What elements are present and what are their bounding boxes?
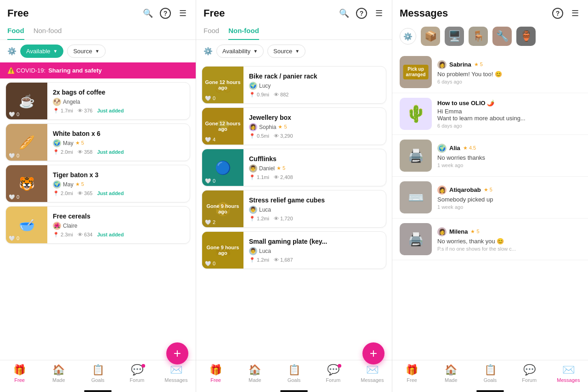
coffee-avatar: 🐶 [53, 98, 61, 106]
story-filter-btn[interactable]: ⚙️ [400, 28, 416, 45]
free-icon-2: 🎁 [209, 364, 222, 376]
whitebaton-username: May [63, 140, 74, 146]
story-2-icon: 🖥️ [445, 27, 464, 46]
listing-stress[interactable]: 🎲 Gone 9 hours ago 🤍 2 Stress relief gam… [202, 190, 386, 228]
nav-goals-1[interactable]: 📋 Goals [78, 364, 117, 383]
msg-content-olio: How to use OLIO 🌶️ Hi EmmaWant to learn … [437, 100, 581, 129]
msg-top-milena: 👩 Milena ★ 5 [437, 227, 581, 236]
nav-made-label-3: Made [445, 377, 458, 383]
story-1[interactable]: 📦 [421, 27, 440, 46]
gaming-info: Small gaming plate (key... 👨 Luca 📍 1.2m… [243, 233, 386, 268]
listing-tigerbaton[interactable]: 🐯 🤍 0 Tiger baton x 3 🌍 May ★ 5 📍 2.0mi … [6, 165, 190, 202]
chevron-down-icon-2: ▼ [95, 49, 100, 54]
msg-top-olio: How to use OLIO 🌶️ [437, 100, 581, 106]
gaming-avatar: 👨 [249, 247, 257, 255]
msg-img-sabrina: 📦 Pick up arranged [400, 56, 432, 88]
help-icon-2[interactable]: ? [356, 8, 367, 19]
listings-2: 🚲 Gone 12 hours ago 🤍 0 Bike rack / pani… [196, 62, 392, 360]
covid-banner: ⚠️ COVID-19: Sharing and safety [0, 62, 196, 78]
listing-cereals[interactable]: 🥣 🤍 0 Free cereals 🌺 Claire 📍 2.3mi 👁 63… [6, 206, 190, 244]
gaming-views: 👁 1,687 [274, 257, 293, 263]
coffee-badge: Just added [97, 108, 124, 113]
nav-goals-2[interactable]: 📋 Goals [274, 364, 313, 383]
nav-forum-2[interactable]: 💬 Forum [314, 364, 353, 383]
nav-messages-label: Messages [164, 377, 187, 383]
jewellery-user: 👩 Sophia ★ 5 [249, 123, 380, 131]
nav-messages-1[interactable]: ✉️ Messages [157, 364, 196, 383]
listing-img-jewellery: 💎 Gone 12 hours ago 🤍 4 [202, 108, 243, 145]
message-atiqarobab[interactable]: ⌨️ 👩 Atiqarobab ★ 5 Somebody picked up 1… [392, 177, 588, 218]
coffee-views: 👁 376 [78, 108, 92, 113]
tab-nonfood-2[interactable]: Non-food [228, 23, 259, 40]
listing-cufflinks[interactable]: 🔵 🤍 0 Cufflinks 👨 Daniel ★ 5 📍 1.1mi 👁 2… [202, 149, 386, 186]
search-icon[interactable]: 🔍 [142, 8, 153, 19]
nav-made-2[interactable]: 🏠 Made [235, 364, 274, 383]
coffee-username: Angela [63, 99, 80, 105]
cereals-avatar: 🌺 [53, 222, 61, 230]
milena-star: ★ 5 [470, 229, 479, 235]
whitebaton-hearts: 🤍 0 [9, 153, 19, 159]
nav-made-3[interactable]: 🏠 Made [431, 364, 470, 383]
screen-messages: Messages ? ☰ ⚙️ 📦 🖥️ 🪑 🔧 🏺 [392, 0, 588, 392]
tab-food-1[interactable]: Food [7, 23, 24, 40]
sabrina-text: No problem! You too! 😊 [437, 71, 529, 78]
coffee-hearts: 🤍 0 [9, 112, 19, 118]
menu-icon-2[interactable]: ☰ [373, 8, 384, 19]
nav-made-1[interactable]: 🏠 Made [39, 364, 78, 383]
cereals-badge: Just added [97, 232, 124, 237]
story-4[interactable]: 🔧 [492, 27, 512, 46]
listing-bikerack[interactable]: 🚲 Gone 12 hours ago 🤍 0 Bike rack / pani… [202, 66, 386, 104]
forum-notification-dot [141, 364, 145, 368]
cereals-meta: 📍 2.3mi 👁 634 Just added [53, 232, 184, 238]
nav-free-3[interactable]: 🎁 Free [392, 364, 431, 383]
listing-gaming[interactable]: 🎮 Gone 9 hours ago 🤍 0 Small gaming plat… [202, 231, 386, 269]
listing-whitebaton[interactable]: 🥖 🤍 0 White baton x 6 🌍 May ★ 5 📍 2.0mi … [6, 123, 190, 161]
nav-free-2[interactable]: 🎁 Free [196, 364, 235, 383]
cufflinks-user: 👨 Daniel ★ 5 [249, 164, 380, 173]
message-list: 📦 Pick up arranged 👩 Sabrina ★ 5 No prob… [392, 50, 588, 360]
listing-coffee[interactable]: ☕ 🤍 0 2x bags of coffee 🐶 Angela 📍 1.7mi… [6, 82, 190, 120]
filter-source-2[interactable]: Source ▼ [267, 45, 305, 58]
filter-source[interactable]: Source ▼ [67, 45, 105, 58]
filter-available[interactable]: Available ▼ [20, 45, 63, 58]
msg-img-alia-icon: 🖨️ [400, 140, 432, 172]
nav-messages-2[interactable]: ✉️ Messages [353, 364, 392, 383]
add-listing-fab-2[interactable]: + [362, 342, 384, 364]
filter-sliders-icon-2[interactable]: ⚙️ [204, 47, 213, 56]
filter-sliders-icon[interactable]: ⚙️ [7, 47, 17, 56]
help-icon[interactable]: ? [160, 8, 171, 19]
message-olio[interactable]: 🌵 How to use OLIO 🌶️ Hi EmmaWant to lear… [392, 93, 588, 135]
msg-top-alia: 🌍 Alia ★ 4.5 [437, 144, 581, 153]
covid-link[interactable]: Sharing and safety [48, 67, 102, 74]
message-sabrina[interactable]: 📦 Pick up arranged 👩 Sabrina ★ 5 No prob… [392, 51, 588, 93]
filter-availability-2[interactable]: Availability ▼ [216, 45, 264, 58]
cereals-username: Claire [63, 223, 77, 229]
story-2[interactable]: 🖥️ [445, 27, 464, 46]
nav-forum-3[interactable]: 💬 Forum [510, 364, 549, 383]
menu-icon-3[interactable]: ☰ [570, 8, 581, 19]
listing-jewellery[interactable]: 💎 Gone 12 hours ago 🤍 4 Jewellery box 👩 … [202, 107, 386, 145]
home-indicator-2 [280, 390, 308, 392]
nav-free-1[interactable]: 🎁 Free [0, 364, 39, 383]
tigerbaton-views: 👁 365 [78, 190, 92, 196]
msg-content-alia: 🌍 Alia ★ 4.5 No worries thanks 1 week ag… [437, 144, 581, 168]
add-listing-fab-1[interactable]: + [166, 342, 188, 364]
tab-food-2[interactable]: Food [204, 23, 219, 40]
help-icon-3[interactable]: ? [552, 8, 563, 19]
cereals-distance: 📍 2.3mi [53, 232, 73, 238]
nav-messages-3[interactable]: ✉️ Messages [549, 364, 588, 383]
message-alia[interactable]: 🖨️ 🌍 Alia ★ 4.5 No worries thanks 1 week… [392, 135, 588, 177]
menu-icon[interactable]: ☰ [177, 8, 188, 19]
jewellery-username: Sophia [259, 124, 276, 130]
message-milena[interactable]: 🖨️ 👩 Milena ★ 5 No worries, thank you 😊 … [392, 218, 588, 260]
nav-forum-1[interactable]: 💬 Forum [118, 364, 157, 383]
search-icon-2[interactable]: 🔍 [339, 8, 350, 19]
jewellery-meta: 📍 0.5mi 👁 3,290 [249, 133, 380, 139]
story-5[interactable]: 🏺 [516, 27, 536, 46]
nav-goals-3[interactable]: 📋 Goals [470, 364, 509, 383]
atiqarobab-username: Atiqarobab [449, 186, 481, 193]
listings-1: ☕ 🤍 0 2x bags of coffee 🐶 Angela 📍 1.7mi… [0, 78, 196, 360]
story-3[interactable]: 🪑 [469, 27, 488, 46]
tab-nonfood-1[interactable]: Non-food [34, 23, 62, 40]
header-icons-3: ? ☰ [552, 8, 581, 19]
